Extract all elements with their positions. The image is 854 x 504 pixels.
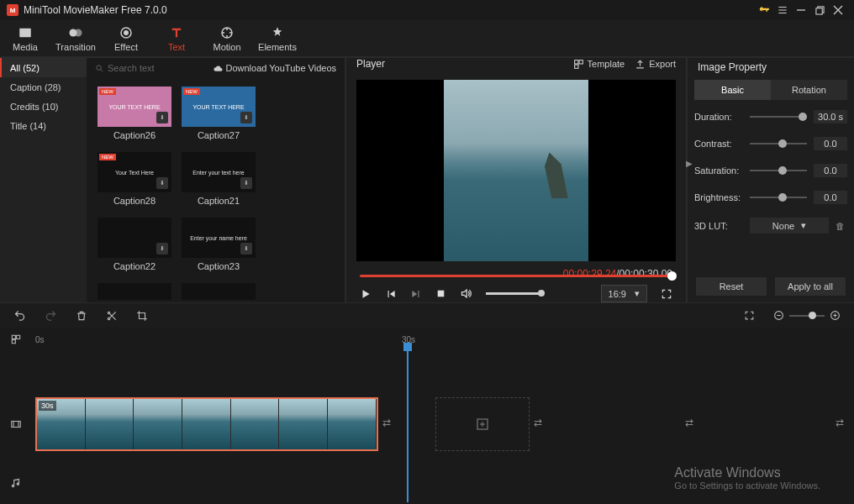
transition-icon[interactable]: ⇄ [382, 417, 397, 432]
transition-icon[interactable]: ⇄ [685, 417, 699, 432]
tab-transition-label: Transition [55, 42, 96, 52]
duration-value[interactable]: 30.0 s [814, 110, 847, 123]
svg-rect-17 [12, 335, 15, 339]
search-input[interactable]: Search text [95, 63, 208, 73]
preview-image [444, 80, 588, 261]
apply-all-button[interactable]: Apply to all [775, 277, 846, 296]
caption-item[interactable]: YOUR TEXT HERENEW⬇Caption27 [182, 87, 256, 140]
drop-slot[interactable] [738, 397, 831, 451]
redo-button[interactable] [45, 309, 57, 322]
zoom-slider[interactable] [789, 315, 825, 317]
caption-item[interactable]: ⬇Caption22 [98, 218, 171, 271]
saturation-value[interactable]: 0.0 [814, 164, 847, 177]
stop-button[interactable] [435, 288, 446, 299]
duration-label: Duration: [694, 112, 743, 122]
download-icon[interactable]: ⬇ [156, 243, 168, 255]
tab-media[interactable]: Media [0, 20, 50, 56]
template-button[interactable]: Template [573, 59, 625, 70]
transition-icon[interactable]: ⇄ [836, 417, 850, 432]
tab-basic[interactable]: Basic [694, 80, 771, 100]
undo-button[interactable] [13, 309, 26, 322]
seek-bar[interactable] [360, 275, 672, 277]
aspect-select[interactable]: 16:9▾ [601, 285, 647, 302]
chevron-down-icon: ▾ [635, 288, 640, 299]
new-badge: NEW [99, 88, 116, 95]
lut-delete-icon[interactable]: 🗑 [836, 221, 847, 231]
saturation-slider[interactable] [750, 170, 807, 171]
delete-button[interactable] [76, 310, 87, 322]
caption-name: Caption23 [198, 261, 240, 271]
caption-item[interactable]: Enter your text here⬇Caption21 [182, 152, 256, 206]
caption-name: Caption27 [198, 130, 240, 140]
reset-button[interactable]: Reset [696, 277, 767, 296]
export-button[interactable]: Export [635, 59, 676, 70]
window-title: MiniTool MovieMaker Free 7.0.0 [24, 4, 167, 16]
caption-item[interactable]: Your Text HereNEW⬇Caption28 [98, 152, 171, 206]
category-item[interactable]: Title (14) [0, 116, 87, 135]
tab-effect[interactable]: Effect [101, 20, 151, 56]
text-track[interactable] [0, 351, 854, 386]
watermark-title: Activate Windows [674, 465, 820, 480]
download-icon[interactable]: ⬇ [240, 112, 252, 123]
duration-slider[interactable] [750, 116, 807, 118]
svg-rect-11 [574, 65, 577, 68]
template-icon [573, 59, 584, 70]
zoom-in-button[interactable] [830, 310, 841, 321]
drop-slot[interactable] [587, 397, 680, 451]
brightness-value[interactable]: 0.0 [814, 191, 847, 204]
expand-panel-icon[interactable]: ▶ [686, 159, 693, 168]
ruler-tick: 0s [35, 335, 45, 344]
download-icon[interactable]: ⬇ [156, 177, 168, 189]
tab-text-label: Text [168, 42, 185, 52]
caption-thumbnail: YOUR TEXT HERENEW⬇ [182, 87, 256, 127]
svg-rect-18 [17, 335, 20, 339]
svg-rect-10 [579, 60, 583, 63]
tab-transition[interactable]: Transition [50, 20, 101, 56]
zoom-out-button[interactable] [773, 310, 784, 321]
minimize-icon[interactable] [792, 1, 810, 19]
search-icon [95, 64, 104, 73]
menu-icon[interactable] [773, 1, 792, 19]
next-button[interactable] [410, 288, 422, 300]
contrast-value[interactable]: 0.0 [814, 137, 847, 150]
caption-name: Caption21 [198, 196, 240, 206]
transition-icon[interactable]: ⇄ [534, 417, 548, 432]
lut-select[interactable]: None▾ [750, 218, 829, 234]
video-track[interactable]: 30s ⇄ ⇄ ⇄ ⇄ [0, 386, 854, 462]
tab-motion-label: Motion [213, 42, 240, 52]
caption-thumbnail: ⬇ [98, 218, 171, 258]
key-icon[interactable] [755, 1, 773, 19]
contrast-slider[interactable] [750, 143, 807, 144]
maximize-icon[interactable] [810, 1, 829, 19]
layers-icon[interactable] [10, 333, 22, 345]
tab-motion[interactable]: Motion [202, 20, 252, 56]
fit-button[interactable] [744, 310, 755, 321]
playhead[interactable] [403, 343, 412, 351]
music-track-icon [10, 477, 22, 489]
play-button[interactable] [360, 288, 372, 300]
new-badge: NEW [183, 88, 200, 95]
drop-slot[interactable] [435, 397, 529, 451]
tab-elements[interactable]: Elements [252, 20, 303, 56]
fullscreen-button[interactable] [661, 288, 672, 300]
category-item[interactable]: All (52) [0, 58, 87, 77]
video-clip[interactable]: 30s [35, 397, 378, 451]
crop-button[interactable] [136, 310, 148, 322]
download-icon[interactable]: ⬇ [156, 112, 168, 123]
category-item[interactable]: Caption (28) [0, 77, 87, 97]
close-icon[interactable] [829, 1, 847, 19]
brightness-slider[interactable] [750, 197, 807, 198]
volume-button[interactable] [460, 287, 472, 300]
prev-button[interactable] [385, 288, 397, 300]
category-item[interactable]: Credits (10) [0, 97, 87, 116]
tab-text[interactable]: Text [151, 20, 202, 56]
tab-rotation[interactable]: Rotation [771, 80, 847, 100]
split-button[interactable] [106, 310, 118, 322]
svg-rect-20 [12, 422, 21, 428]
caption-item[interactable]: YOUR TEXT HERENEW⬇Caption26 [98, 87, 171, 140]
caption-item[interactable]: Enter your name here⬇Caption23 [182, 218, 256, 271]
volume-slider[interactable] [486, 292, 545, 295]
download-icon[interactable]: ⬇ [240, 177, 252, 189]
download-youtube-link[interactable]: Download YouTube Videos [214, 63, 337, 73]
download-icon[interactable]: ⬇ [240, 243, 252, 255]
